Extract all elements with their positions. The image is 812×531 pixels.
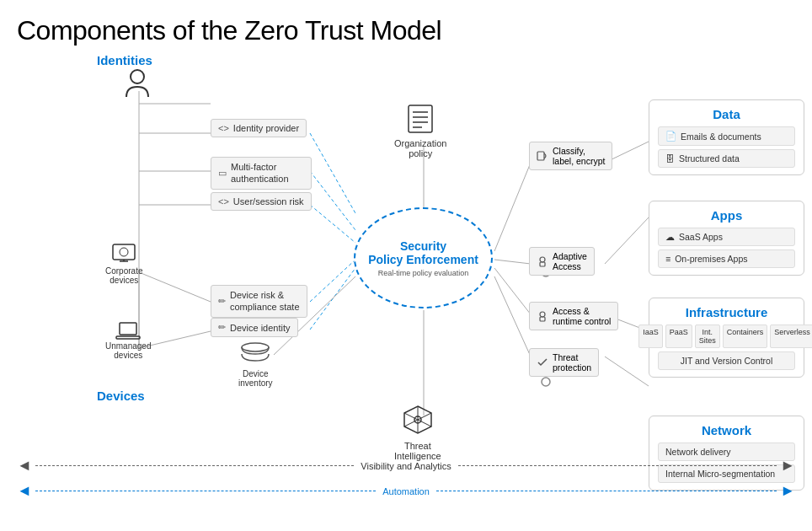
- threat-intelligence: ThreatIntelligence: [394, 403, 441, 461]
- svg-rect-28: [113, 244, 135, 260]
- svg-line-9: [139, 272, 211, 302]
- doc-icon: 📄: [665, 131, 676, 142]
- devices-label: Devices: [97, 389, 145, 403]
- unmanaged-devices: Unmanageddevices: [105, 321, 151, 360]
- page-title: Components of the Zero Trust Model: [17, 15, 795, 46]
- infrastructure-title: Infrastructure: [658, 305, 795, 319]
- code-icon: <>: [218, 123, 229, 133]
- svg-line-24: [605, 357, 649, 386]
- automation-label: Automation: [382, 486, 430, 496]
- threat-protection-item: Threatprotection: [529, 348, 599, 377]
- svg-rect-45: [537, 152, 544, 160]
- apps-title: Apps: [658, 208, 795, 223]
- svg-point-48: [540, 312, 545, 317]
- user-session-box: <> User/session risk: [211, 192, 312, 211]
- adaptive-access-label: AdaptiveAccess: [553, 251, 587, 271]
- svg-line-20: [494, 276, 531, 357]
- left-arrow-vis: ◄: [17, 457, 32, 475]
- data-category: Data 📄 Emails & documents 🗄 Structured d…: [649, 99, 804, 175]
- svg-line-13: [310, 268, 355, 330]
- access-runtime-item: Access &runtime control: [529, 302, 618, 330]
- svg-line-6: [310, 133, 355, 213]
- svg-line-18: [494, 260, 531, 264]
- org-policy-label: Organizationpolicy: [394, 138, 446, 158]
- svg-line-17: [494, 163, 531, 251]
- network-title: Network: [658, 423, 795, 437]
- diagram-area: Identities <> Identity provider ▭ Multi-…: [17, 53, 795, 512]
- svg-rect-33: [116, 336, 140, 339]
- int-sites-col: Int. Sites: [695, 324, 720, 348]
- svg-line-22: [605, 217, 649, 264]
- emails-documents-item: 📄 Emails & documents: [658, 126, 795, 146]
- apps-category: Apps ☁ SaaS Apps ≡ On-premises Apps: [649, 201, 804, 276]
- access-runtime-label: Access &runtime control: [553, 306, 611, 326]
- right-arrow-vis: ►: [780, 457, 795, 475]
- dashed-line-right-vis: [458, 465, 777, 466]
- iaas-col: IaaS: [638, 324, 663, 348]
- onprem-apps-item: ≡ On-premises Apps: [658, 249, 795, 268]
- svg-line-8: [310, 205, 355, 243]
- classify-item: Classify,label, encrypt: [529, 142, 612, 170]
- left-arrow-auto: ◄: [17, 482, 32, 500]
- code-icon2: <>: [218, 196, 229, 206]
- person-icon: [125, 68, 150, 105]
- identities-label: Identities: [97, 53, 152, 67]
- visibility-label: Visibility and Analytics: [361, 461, 451, 471]
- db-icon: 🗄: [665, 153, 675, 164]
- visibility-analytics-row: ◄ Visibility and Analytics ►: [17, 457, 795, 475]
- org-policy: Organizationpolicy: [394, 104, 446, 158]
- monitor-icon: [105, 243, 142, 266]
- device-inventory: Deviceinventory: [238, 342, 273, 388]
- svg-point-27: [131, 70, 144, 83]
- paas-col: PaaS: [665, 324, 692, 348]
- saas-apps-item: ☁ SaaS Apps: [658, 228, 795, 246]
- network-category: Network Network delivery Internal Micro-…: [649, 416, 804, 491]
- security-policy-ellipse: Security Policy Enforcement Real-time po…: [354, 207, 493, 308]
- adaptive-access-item: AdaptiveAccess: [529, 247, 595, 276]
- jit-version-control-item: JIT and Version Control: [658, 351, 795, 370]
- corporate-devices-label: Corporatedevices: [105, 266, 142, 285]
- svg-point-34: [242, 343, 269, 351]
- infra-cols-row: IaaS PaaS Int. Sites Containers Serverle…: [658, 324, 795, 348]
- infrastructure-category: Infrastructure IaaS PaaS Int. Sites Cont…: [649, 298, 804, 378]
- corporate-devices: Corporatedevices: [105, 243, 142, 285]
- svg-point-26: [542, 378, 550, 386]
- svg-line-19: [494, 268, 531, 314]
- classify-label: Classify,label, encrypt: [553, 146, 605, 166]
- identity-provider-box: <> Identity provider: [211, 119, 307, 137]
- containers-col: Containers: [723, 324, 768, 348]
- device-risk-box: ✏ Device risk & compliance state: [211, 285, 307, 318]
- svg-rect-47: [540, 262, 545, 266]
- right-arrow-auto: ►: [780, 482, 795, 500]
- mfa-box: ▭ Multi-factor authentication: [211, 157, 312, 190]
- policy-enforcement-label: Policy Enforcement: [368, 253, 478, 266]
- automation-row: ◄ Automation ►: [17, 482, 795, 500]
- device-identity-box: ✏ Device identity: [211, 318, 298, 337]
- device-inventory-label: Deviceinventory: [238, 369, 273, 388]
- structured-data-item: 🗄 Structured data: [658, 149, 795, 168]
- data-title: Data: [658, 107, 795, 121]
- cloud-icon: ☁: [665, 232, 675, 242]
- security-label: Security: [400, 239, 446, 253]
- threat-protection-label: Threatprotection: [553, 352, 591, 373]
- svg-rect-32: [120, 323, 136, 335]
- svg-line-7: [310, 171, 355, 230]
- realtime-label: Real-time policy evaluation: [378, 269, 469, 277]
- pencil-icon2: ✏: [218, 322, 226, 333]
- svg-rect-49: [540, 317, 545, 321]
- svg-point-29: [120, 248, 128, 256]
- mobile-icon: ▭: [218, 167, 227, 179]
- server-icon: ≡: [665, 254, 670, 264]
- laptop-icon: [105, 321, 151, 341]
- svg-point-46: [540, 257, 545, 262]
- svg-line-12: [310, 260, 355, 302]
- dashed-line-right-auto: [436, 491, 777, 491]
- dashed-line-left-vis: [35, 465, 354, 466]
- dashed-line-left-auto: [35, 491, 376, 491]
- page: Components of the Zero Trust Model: [0, 0, 812, 531]
- serverless-col: Serverless: [770, 324, 812, 348]
- pencil-icon: ✏: [218, 295, 226, 307]
- unmanaged-devices-label: Unmanageddevices: [105, 341, 151, 360]
- svg-rect-35: [409, 105, 432, 132]
